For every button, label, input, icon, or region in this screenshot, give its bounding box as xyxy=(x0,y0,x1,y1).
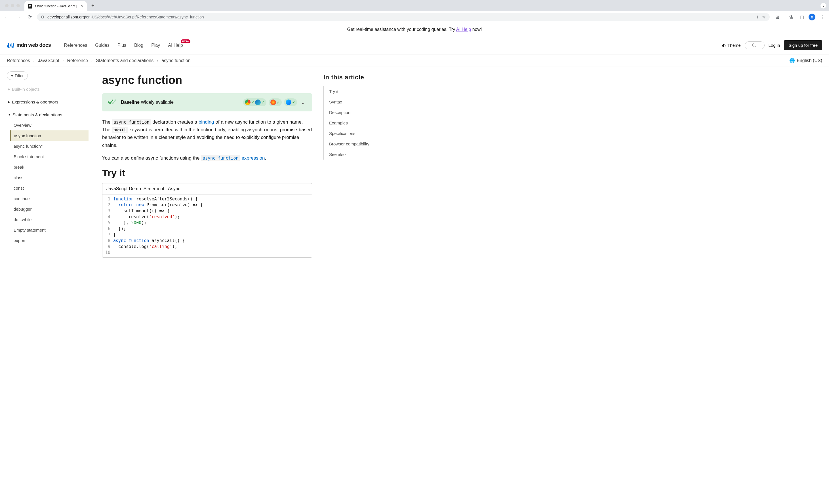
sidebar-item[interactable]: async function* xyxy=(11,141,88,151)
code-inline: await xyxy=(112,127,128,133)
toc-item[interactable]: Browser compatibility xyxy=(329,139,390,149)
breadcrumb-bar: References›JavaScript›Reference›Statemen… xyxy=(0,54,829,67)
tabs-dropdown[interactable]: ⌄ xyxy=(821,3,826,8)
baseline-check-icon xyxy=(108,99,117,106)
install-app-icon[interactable]: ⤓ xyxy=(756,15,759,19)
sidebar-item[interactable]: const xyxy=(11,183,88,193)
intro-paragraph-1: The async function declaration creates a… xyxy=(102,118,312,149)
sidebar-item[interactable]: export xyxy=(11,235,88,246)
browser-tab[interactable]: M async function - JavaScript | × xyxy=(25,1,87,11)
filter-label: Filter xyxy=(15,73,24,78)
caret-right-icon: ▶ xyxy=(8,100,10,104)
sidebar-item[interactable]: Empty statement xyxy=(11,225,88,235)
divider xyxy=(784,14,784,20)
mdn-logo-icon xyxy=(7,42,15,49)
check-icon: ✓ xyxy=(261,100,265,105)
sidebar-item[interactable]: do...while xyxy=(11,214,88,225)
nav-item-blog[interactable]: Blog xyxy=(134,43,143,48)
sidebar-item[interactable]: continue xyxy=(11,193,88,204)
chevron-right-icon: › xyxy=(63,59,64,63)
sidebar-item[interactable]: debugger xyxy=(11,204,88,214)
maximize-window[interactable] xyxy=(16,4,20,7)
search-cursor: _ xyxy=(748,43,750,48)
code-editor[interactable]: 12345678910 function resolveAfter2Second… xyxy=(102,194,312,258)
filter-input[interactable]: ▾ Filter xyxy=(7,71,28,80)
nav-item-play[interactable]: Play xyxy=(151,43,160,48)
sidebar-item[interactable]: class xyxy=(11,172,88,183)
intro-paragraph-2: You can also define async functions usin… xyxy=(102,154,312,162)
browser-support-pills: ✓ ✓ ✓ ✓ ⌄ xyxy=(243,99,307,106)
profile-avatar[interactable] xyxy=(808,13,816,21)
crumb[interactable]: Reference xyxy=(67,58,88,63)
extensions-icon[interactable]: ⊞ xyxy=(773,13,781,21)
theme-icon: ◐ xyxy=(722,43,726,48)
sidebar-group-builtin[interactable]: ▶ Built-in objects xyxy=(7,84,88,94)
forward-button[interactable]: → xyxy=(14,13,22,21)
sidebar-group[interactable]: ▶Expressions & operators xyxy=(7,96,88,107)
toc-item[interactable]: Syntax xyxy=(329,96,390,107)
line-gutter: 12345678910 xyxy=(102,196,113,256)
search-input[interactable]: _ xyxy=(745,41,765,49)
new-tab-button[interactable]: + xyxy=(89,3,97,9)
nav-item-plus[interactable]: Plus xyxy=(117,43,126,48)
toc-item[interactable]: Try it xyxy=(329,86,390,96)
nav-item-references[interactable]: References xyxy=(64,43,87,48)
mdn-logo[interactable]: mdn web docs _ xyxy=(7,42,56,49)
async-expression-link[interactable]: async function expression xyxy=(201,155,265,161)
sidebar-left: ▾ Filter ▶ Built-in objects ▶Expressions… xyxy=(0,67,91,265)
signup-button[interactable]: Sign up for free xyxy=(784,40,822,50)
group-label: Statements & declarations xyxy=(12,112,62,117)
binding-link[interactable]: binding xyxy=(199,119,214,125)
close-tab-icon[interactable]: × xyxy=(81,4,83,8)
caret-down-icon: ▼ xyxy=(8,113,11,116)
sidebar-item[interactable]: Block statement xyxy=(11,151,88,162)
group-label: Built-in objects xyxy=(12,87,40,91)
sidebar-item[interactable]: break xyxy=(11,162,88,172)
edge-icon xyxy=(255,100,261,105)
labs-icon[interactable]: ⚗ xyxy=(787,13,795,21)
code-inline: async function xyxy=(112,119,151,125)
back-button[interactable]: ← xyxy=(3,13,11,21)
sidebar-item[interactable]: Overview xyxy=(11,120,88,130)
close-window[interactable] xyxy=(5,4,8,7)
sidepanel-icon[interactable]: ◫ xyxy=(798,13,806,21)
nav-item-guides[interactable]: Guides xyxy=(95,43,109,48)
expand-baseline-icon[interactable]: ⌄ xyxy=(299,100,307,105)
tab-bar: M async function - JavaScript | × + ⌄ xyxy=(0,0,829,11)
address-bar[interactable]: ⚙ developer.allizom.org/en-US/docs/Web/J… xyxy=(37,13,770,21)
announcement-banner: Get real-time assistance with your codin… xyxy=(0,23,829,36)
ai-help-link[interactable]: AI Help xyxy=(456,27,471,32)
minimize-window[interactable] xyxy=(11,4,14,7)
crumb: async function xyxy=(161,58,190,63)
toc-item[interactable]: Examples xyxy=(329,118,390,128)
sidebar-item[interactable]: async function xyxy=(10,130,88,141)
crumb[interactable]: Statements and declarations xyxy=(96,58,153,63)
crumb[interactable]: JavaScript xyxy=(38,58,59,63)
header-right: ◐ Theme _ Log in Sign up for free xyxy=(722,40,822,50)
beta-badge: BETA xyxy=(181,39,190,43)
page-layout: ▾ Filter ▶ Built-in objects ▶Expressions… xyxy=(0,67,829,265)
demo-title: JavaScript Demo: Statement - Async xyxy=(102,183,312,194)
search-icon xyxy=(752,43,756,48)
browser-chrome: M async function - JavaScript | × + ⌄ ← … xyxy=(0,0,829,23)
theme-label: Theme xyxy=(727,43,741,48)
nav-item-ai-help[interactable]: AI HelpBETA xyxy=(168,43,183,48)
toc-item[interactable]: Specifications xyxy=(329,128,390,139)
toc-item[interactable]: See also xyxy=(329,149,390,160)
main-content: async function Baseline Widely available… xyxy=(91,67,323,265)
site-settings-icon[interactable]: ⚙ xyxy=(41,15,44,19)
sidebar-group[interactable]: ▼Statements & declarations xyxy=(7,109,88,120)
reload-button[interactable]: ⟳ xyxy=(26,13,34,21)
safari-icon xyxy=(286,100,291,105)
theme-toggle[interactable]: ◐ Theme xyxy=(722,43,741,48)
group-label: Expressions & operators xyxy=(12,100,58,104)
toc: Try itSyntaxDescriptionExamplesSpecifica… xyxy=(323,86,390,160)
baseline-banner: Baseline Widely available ✓ ✓ ✓ ✓ ⌄ xyxy=(102,93,312,111)
menu-icon[interactable]: ⋮ xyxy=(818,13,826,21)
globe-icon: 🌐 xyxy=(789,58,795,63)
language-switcher[interactable]: 🌐 English (US) xyxy=(789,58,822,63)
crumb[interactable]: References xyxy=(7,58,30,63)
bookmark-icon[interactable]: ☆ xyxy=(762,15,766,19)
toc-item[interactable]: Description xyxy=(329,107,390,118)
login-link[interactable]: Log in xyxy=(768,43,780,48)
